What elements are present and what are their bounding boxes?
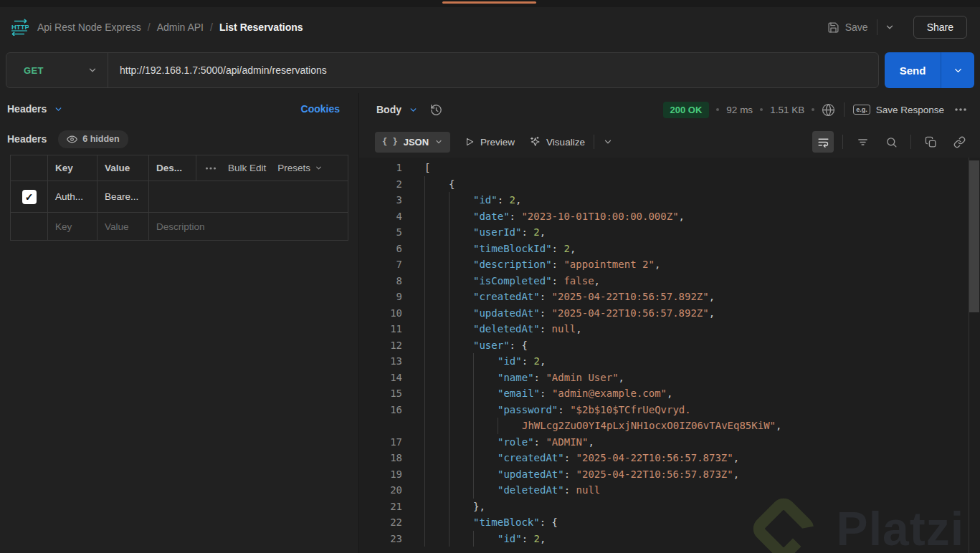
history-clock-icon	[429, 103, 443, 117]
cookies-link[interactable]: Cookies	[301, 103, 340, 115]
line-number: 14	[359, 370, 411, 386]
breadcrumb-folder[interactable]: Admin API	[157, 21, 204, 33]
indent-guide	[449, 321, 473, 337]
code-token: "timeBlockId"	[473, 241, 552, 257]
send-options-button[interactable]	[941, 52, 974, 88]
format-selector[interactable]: { } JSON	[375, 132, 450, 153]
bulk-edit-button[interactable]: Bulk Edit	[228, 163, 266, 173]
indent-guide	[449, 482, 473, 499]
link-button[interactable]	[948, 131, 970, 153]
network-info-button[interactable]	[822, 103, 835, 117]
placeholder-value-cell[interactable]: Value	[97, 213, 149, 240]
line-number: 18	[359, 450, 411, 466]
response-more-options-button[interactable]	[954, 107, 967, 112]
code-token: },	[473, 499, 485, 515]
code-token: 2	[563, 241, 569, 257]
code-token: :	[564, 466, 576, 483]
divider	[877, 19, 877, 35]
code-token: ,	[655, 256, 660, 273]
code-token: "2025-04-22T10:56:57.873Z"	[576, 466, 733, 483]
code-token: {	[521, 337, 527, 354]
indent-guide	[424, 224, 449, 241]
indent-guide	[449, 305, 473, 322]
placeholder-key-cell[interactable]: Key	[48, 213, 97, 240]
indent-guide	[473, 370, 498, 386]
request-section-selector[interactable]: Headers	[7, 103, 63, 115]
save-button[interactable]: Save	[820, 17, 875, 38]
code-line: 19"updatedAt": "2025-04-22T10:56:57.873Z…	[359, 466, 980, 483]
copy-button[interactable]	[920, 131, 941, 153]
example-badge-icon: e.g.	[853, 105, 870, 115]
share-button[interactable]: Share	[913, 16, 967, 39]
header-key-cell[interactable]: Auth...	[48, 181, 97, 212]
main-split: Headers Cookies Headers 6 hidden	[0, 93, 980, 553]
search-icon	[885, 136, 898, 148]
code-token: :	[534, 370, 546, 386]
send-button[interactable]: Send	[885, 52, 941, 88]
request-section-label: Headers	[7, 103, 47, 115]
braces-icon: { }	[382, 137, 398, 147]
header-value-cell[interactable]: Beare...	[97, 181, 149, 212]
code-token: :	[552, 241, 564, 257]
line-number: 11	[359, 321, 411, 337]
code-line: 14"name": "Admin User",	[359, 370, 980, 386]
hidden-headers-count: 6 hidden	[82, 134, 119, 144]
code-token: "isCompleted"	[473, 273, 552, 289]
indent-guide	[449, 418, 473, 434]
row-checkbox-checked[interactable]	[22, 190, 37, 204]
save-button-label: Save	[845, 21, 868, 33]
response-history-button[interactable]	[429, 103, 443, 117]
code-line: 10"updatedAt": "2025-04-22T10:56:57.892Z…	[359, 305, 980, 322]
code-line: 1[	[359, 160, 980, 176]
line-number: 12	[359, 337, 411, 354]
filter-button[interactable]	[852, 131, 873, 153]
save-dropdown-button[interactable]	[879, 18, 900, 37]
copy-icon	[925, 136, 937, 148]
wrap-text-button[interactable]	[812, 131, 834, 153]
indent-guide	[424, 273, 449, 289]
code-token: 2	[533, 224, 539, 241]
code-token: null	[552, 321, 576, 337]
indent-guide	[424, 192, 449, 208]
code-token: ,	[733, 450, 739, 466]
breadcrumb-request: List Reservations	[219, 21, 303, 33]
search-button[interactable]	[880, 131, 902, 153]
indent-guide	[449, 353, 473, 370]
format-options-button[interactable]	[603, 137, 613, 147]
code-token: :	[540, 289, 552, 305]
line-number: 15	[359, 385, 411, 402]
indent-guide	[473, 450, 498, 466]
code-token: {	[449, 176, 455, 193]
response-section-selector[interactable]: Body	[376, 104, 418, 115]
preview-tab[interactable]: Preview	[465, 137, 515, 148]
placeholder-description-cell[interactable]: Description	[149, 213, 348, 240]
code-line: 22"timeBlock": {	[359, 514, 980, 531]
column-value: Value	[97, 155, 149, 181]
code-token: :	[564, 450, 576, 466]
method-label: GET	[24, 65, 44, 76]
breadcrumb: Api Rest Node Express / Admin API / List…	[37, 21, 303, 33]
code-line: 9"createdAt": "2025-04-22T10:56:57.892Z"…	[359, 289, 980, 305]
column-description: Des...	[149, 155, 196, 181]
scrollbar-thumb[interactable]	[969, 160, 979, 312]
code-token: :	[540, 385, 552, 402]
code-token: ,	[733, 466, 739, 483]
hidden-headers-toggle[interactable]: 6 hidden	[58, 130, 128, 148]
visualize-tab[interactable]: Visualize	[529, 136, 585, 148]
header-description-cell[interactable]	[149, 181, 348, 212]
method-selector[interactable]: GET	[6, 53, 108, 87]
code-line: 11"deletedAt": null,	[359, 321, 980, 337]
presets-dropdown[interactable]: Presets	[277, 163, 323, 173]
breadcrumb-collection[interactable]: Api Rest Node Express	[37, 21, 141, 33]
request-panel: Headers Cookies Headers 6 hidden	[0, 93, 359, 553]
response-body-viewer[interactable]: 1[2{3"id": 2,4"date": "2023-10-01T10:00:…	[359, 158, 980, 553]
code-token: :	[510, 208, 522, 225]
dot-separator	[760, 108, 763, 111]
indent-guide	[424, 305, 449, 322]
save-response-button[interactable]: e.g. Save Response	[853, 105, 944, 115]
url-input[interactable]: http://192.168.1.7:5000/api/admin/reserv…	[108, 64, 878, 76]
more-options-icon[interactable]	[205, 166, 217, 170]
status-badge[interactable]: 200 OK	[663, 102, 710, 118]
eye-icon	[67, 134, 77, 145]
line-number: 1	[359, 160, 411, 176]
